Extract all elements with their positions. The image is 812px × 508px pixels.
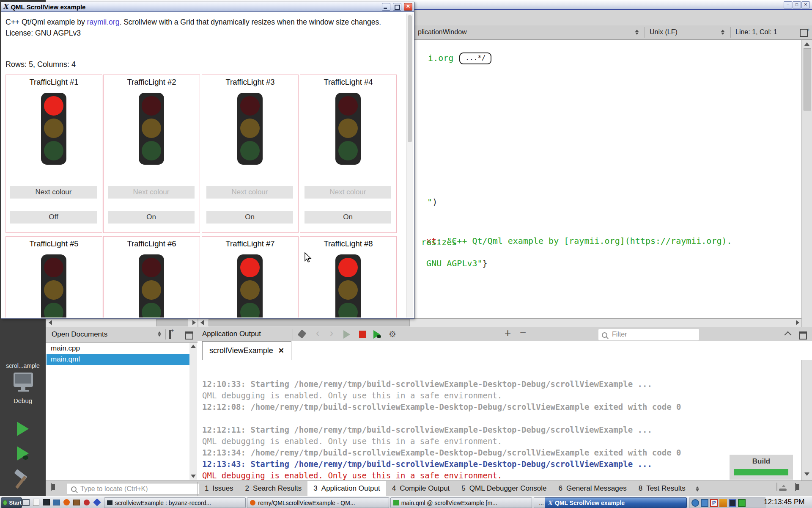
toggle-left-sidebar-icon[interactable] [51,483,52,491]
quicklaunch-firefox-icon[interactable] [62,497,71,507]
split-editor-icon[interactable] [800,29,808,37]
qml-minimize-button[interactable] [382,3,390,11]
tray-monitor-icon[interactable] [701,499,708,507]
tray-swirl-icon[interactable] [691,499,699,507]
maximize-panel-icon[interactable] [799,331,807,340]
scroll-up-icon[interactable] [804,42,809,46]
encoding-selector[interactable]: Unix (LF) [650,28,678,36]
editor-vertical-scrollbar[interactable] [801,40,812,480]
settings-gear-icon[interactable]: ⚙ [389,329,396,339]
scrollbar-thumb[interactable] [208,319,410,326]
power-button[interactable]: Off [10,211,97,224]
split-panel-icon[interactable] [169,330,171,339]
tray-chart-icon[interactable] [719,499,727,507]
quicklaunch-package-icon[interactable] [72,497,81,507]
close-tab-icon[interactable]: ✕ [278,346,284,355]
tab-test-results[interactable]: 8Test Results [633,481,691,496]
code-fold-marker[interactable]: ...*/ [459,52,491,64]
scroll-down-icon[interactable] [804,472,809,476]
quicklaunch-windowlist-icon[interactable] [21,497,30,507]
tab-search-results[interactable]: 2Search Results [239,481,308,496]
zoom-out-icon[interactable]: − [520,326,526,340]
run-debug-button[interactable] [17,446,29,461]
scroll-right-icon[interactable] [796,320,799,325]
kit-selector-monitor-icon[interactable] [14,373,33,387]
tray-clipboard-p-icon[interactable]: P [710,499,718,507]
creator-close-button[interactable]: ✕ [801,1,810,8]
sidebar-vertical-scrollbar[interactable] [189,343,197,480]
qml-maximize-button[interactable] [393,3,401,11]
next-colour-button[interactable]: Next colour [206,186,293,199]
progress-details-button[interactable] [776,483,777,491]
editor-horizontal-scrollbar[interactable] [198,318,802,327]
kit-name-label[interactable]: Debug [0,397,46,404]
tab-application-output[interactable]: 3Application Output [307,481,386,496]
tab-general-messages[interactable]: 6General Messages [553,481,633,496]
next-colour-button[interactable]: Next colour [108,186,195,199]
tray-network-icon[interactable] [729,499,736,507]
zoom-in-icon[interactable]: + [505,326,511,340]
scroll-down-icon[interactable] [191,475,196,478]
run-debug-icon[interactable] [373,330,380,340]
scroll-left-icon[interactable] [49,320,52,325]
power-button[interactable]: On [206,211,293,224]
start-button[interactable]: Start [1,497,22,508]
red-lamp [240,258,260,277]
encoding-updown-icon[interactable] [721,30,724,35]
locator-input[interactable]: Type to locate (Ctrl+K) [67,483,199,495]
tab-qml-debugger-console[interactable]: 5QML Debugger Console [455,481,552,496]
power-button[interactable]: On [108,211,195,224]
close-panel-icon[interactable] [185,331,193,340]
quicklaunch-app-red-icon[interactable] [82,497,91,507]
next-colour-button[interactable]: Next colour [304,186,391,199]
clean-output-icon[interactable] [297,329,306,338]
quicklaunch-display-icon[interactable] [52,497,61,507]
toggle-right-sidebar-icon[interactable] [795,483,796,491]
scroll-right-icon[interactable] [192,320,196,325]
task-qml-scrollview-example-active[interactable]: X QML ScrollView example [545,497,687,508]
rerun-icon[interactable] [343,330,350,339]
scrollbar-thumb[interactable] [156,319,188,326]
tab-issues[interactable]: 1Issues [199,481,239,496]
open-document-item-selected[interactable]: main.qml [47,354,193,365]
scroll-up-icon[interactable] [191,345,196,348]
tray-activity-icon[interactable] [738,499,746,507]
breadcrumb-updown-icon[interactable] [635,30,639,35]
kit-project-label[interactable]: scrol...ample [0,362,46,369]
quicklaunch-app-blue-icon[interactable] [92,497,102,507]
next-item-icon[interactable]: › [330,327,333,339]
collapse-panel-icon[interactable] [785,331,792,339]
trafficlight-card-5: TrafficLight #5 [5,236,102,318]
amber-lamp [142,119,161,138]
output-filter-input[interactable]: Filter [598,329,699,340]
power-button[interactable]: On [304,211,391,224]
scroll-left-icon[interactable] [200,320,204,325]
scrollview-vertical-scrollbar[interactable] [406,14,413,318]
task-byzanz-record[interactable]: scrollviewExample : byzanz-record... [104,497,246,508]
stop-icon[interactable] [359,331,366,338]
output-tab-scrollviewexample[interactable]: scrollViewExample ✕ [202,341,291,360]
quicklaunch-editor-icon[interactable] [31,497,41,507]
open-document-item[interactable]: main.cpp [47,343,193,354]
grid-status-text: Rows: 5, Columns: 4 [5,60,76,69]
creator-maximize-button[interactable]: □ [793,1,801,8]
previous-item-icon[interactable]: ‹ [316,327,319,339]
trafficlight-card-6: TrafficLight #6 [103,236,200,318]
application-output-console[interactable]: 12:10:33: Starting /home/remy/tmp/build-… [198,360,801,480]
green-lamp [240,303,260,318]
tab-compile-output[interactable]: 4Compile Output [386,481,456,496]
task-firefox[interactable]: remy/QMLscrollViewExample - QM... [247,497,389,508]
scrollbar-thumb[interactable] [408,15,412,142]
document-sort-icon[interactable] [158,331,161,337]
raymii-link[interactable]: raymii.org [87,18,120,26]
scrollbar-thumb[interactable] [804,48,811,110]
qml-close-button[interactable]: ✕ [404,3,412,11]
qml-window-titlebar[interactable]: X QML ScrollView example ✕ [1,2,414,12]
next-colour-button[interactable]: Next colour [10,186,97,199]
task-qtcreator[interactable]: main.qml @ scrollViewExample [m... [390,497,532,508]
quicklaunch-terminal-icon[interactable] [41,497,51,507]
run-button[interactable] [17,422,29,436]
editor-breadcrumb[interactable]: plicationWindow [418,28,467,36]
creator-minimize-button[interactable]: – [784,1,792,8]
sidebar-horizontal-scrollbar[interactable] [47,318,198,327]
